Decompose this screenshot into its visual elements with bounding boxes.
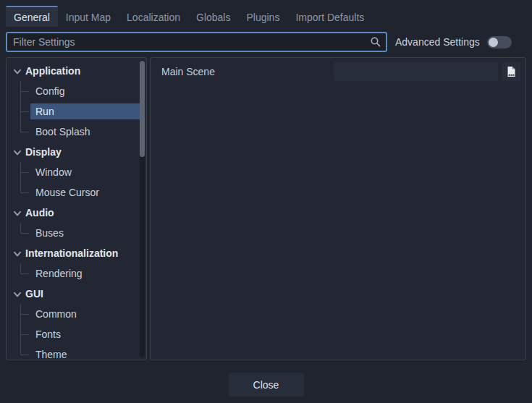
tab-localization[interactable]: Localization	[119, 6, 188, 27]
content-area: ApplicationConfigRunBoot SplashDisplayWi…	[6, 57, 526, 360]
tree-category-label: Internationalization	[25, 247, 118, 259]
tab-bar: GeneralInput MapLocalizationGlobalsPlugi…	[6, 6, 526, 27]
tree-connector-line	[20, 344, 29, 360]
tree-category-audio[interactable]: Audio	[7, 203, 146, 223]
tree-connector-line	[20, 263, 29, 284]
tree-item-label: Config	[35, 85, 64, 97]
tree-item-boot-splash[interactable]: Boot Splash	[7, 122, 146, 142]
property-row-main-scene: Main Scene	[151, 58, 525, 82]
search-icon	[370, 36, 381, 48]
chevron-down-icon[interactable]	[12, 289, 22, 300]
tab-general[interactable]: General	[6, 6, 58, 27]
tree-category-application[interactable]: Application	[7, 61, 146, 81]
tree-category-label: Audio	[25, 207, 54, 219]
tab-label: Localization	[127, 12, 180, 23]
tree-scrollbar-thumb[interactable]	[140, 61, 145, 157]
tree-connector-line	[20, 122, 29, 142]
tab-input-map[interactable]: Input Map	[58, 6, 119, 27]
chevron-down-icon[interactable]	[12, 67, 22, 77]
tab-label: Globals	[196, 12, 230, 23]
chevron-down-icon[interactable]	[12, 249, 22, 259]
filter-row: Advanced Settings	[6, 32, 526, 52]
advanced-settings-toggle[interactable]	[487, 36, 512, 48]
tab-label: Input Map	[66, 12, 111, 23]
tree-connector-line	[20, 81, 29, 101]
chevron-down-icon[interactable]	[12, 208, 22, 219]
project-settings-dialog: GeneralInput MapLocalizationGlobalsPlugi…	[0, 0, 532, 403]
tree-item-common[interactable]: Common	[7, 304, 146, 324]
tab-plugins[interactable]: Plugins	[238, 6, 287, 27]
tree-connector-line	[20, 182, 29, 203]
tab-label: Plugins	[246, 12, 279, 23]
tree-connector-line	[20, 162, 29, 182]
tab-label: General	[14, 12, 50, 23]
tree-connector-line	[20, 324, 29, 344]
load-file-icon	[506, 66, 517, 77]
tree-item-label: Rendering	[35, 268, 83, 279]
tree-item-label: Common	[35, 308, 77, 320]
tree-category-gui[interactable]: GUI	[7, 284, 146, 304]
tree-item-config[interactable]: Config	[7, 81, 146, 101]
main-scene-input[interactable]	[334, 62, 498, 81]
tab-globals[interactable]: Globals	[188, 6, 238, 27]
tree-item-window[interactable]: Window	[7, 162, 146, 182]
tree-item-label: Window	[35, 166, 72, 178]
tree-item-label: Fonts	[35, 328, 61, 340]
main-scene-label: Main Scene	[161, 66, 334, 77]
tree-connector-line	[20, 101, 29, 122]
tree-category-display[interactable]: Display	[7, 142, 146, 162]
tree-item-fonts[interactable]: Fonts	[7, 324, 146, 344]
settings-main-panel: Main Scene	[150, 57, 526, 360]
advanced-settings-label: Advanced Settings	[395, 36, 480, 48]
pick-main-scene-button[interactable]	[502, 62, 520, 81]
search-box	[6, 32, 387, 52]
tree-item-label: Theme	[35, 349, 67, 360]
filter-settings-input[interactable]	[6, 32, 387, 52]
tree-item-buses[interactable]: Buses	[7, 223, 146, 243]
tree-item-label: Mouse Cursor	[35, 187, 99, 198]
chevron-down-icon[interactable]	[12, 148, 22, 158]
tree-item-theme[interactable]: Theme	[7, 344, 146, 360]
tree-item-rendering[interactable]: Rendering	[7, 263, 146, 284]
tree-category-label: Application	[25, 65, 80, 77]
tree-scrollbar[interactable]	[140, 60, 145, 357]
tree-connector-line	[20, 304, 29, 324]
settings-tree: ApplicationConfigRunBoot SplashDisplayWi…	[7, 61, 146, 360]
tree-category-label: GUI	[25, 288, 43, 300]
tab-import-defaults[interactable]: Import Defaults	[287, 6, 372, 27]
tab-label: Import Defaults	[295, 12, 364, 23]
settings-tree-panel: ApplicationConfigRunBoot SplashDisplayWi…	[6, 57, 147, 360]
tree-item-label: Run	[35, 106, 54, 117]
tree-connector-line	[20, 223, 29, 243]
tree-category-label: Display	[25, 146, 62, 158]
tree-item-label: Boot Splash	[35, 126, 90, 137]
toggle-knob-icon	[489, 38, 498, 47]
close-button[interactable]: Close	[229, 373, 304, 396]
tree-item-label: Buses	[35, 227, 64, 239]
tree-item-mouse-cursor[interactable]: Mouse Cursor	[7, 182, 146, 203]
tree-item-run[interactable]: Run	[7, 101, 146, 122]
tree-category-internationalization[interactable]: Internationalization	[7, 243, 146, 263]
dialog-footer: Close	[6, 360, 526, 403]
